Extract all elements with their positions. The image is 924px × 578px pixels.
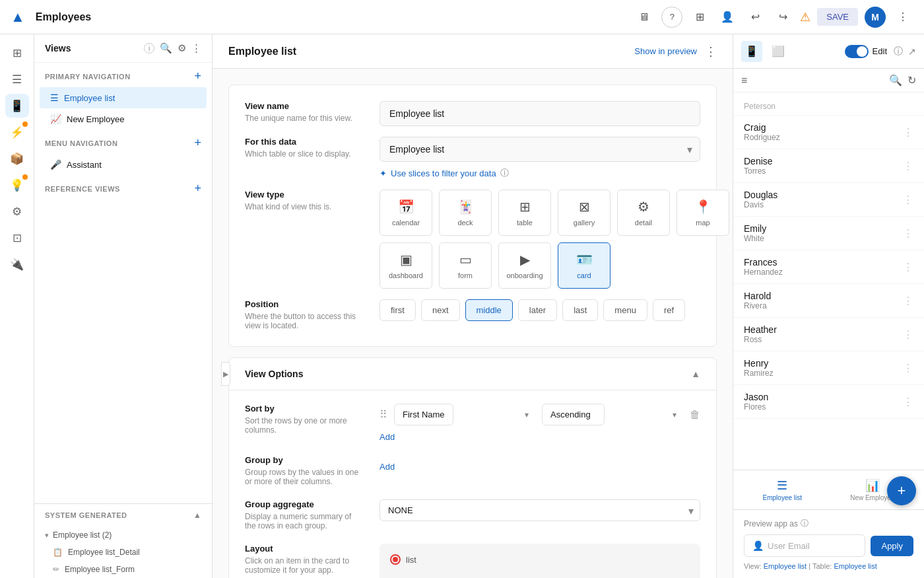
show-in-preview-button[interactable]: Show in preview	[634, 46, 697, 56]
drag-handle-icon[interactable]: ⠿	[380, 408, 387, 421]
sort-by-label-col: Sort by Sort the rows by one or more col…	[245, 404, 364, 435]
for-this-data-select[interactable]: Employee list	[380, 137, 700, 162]
nav-item-assistant[interactable]: 🎤 Assistant	[40, 154, 207, 175]
content-more-icon[interactable]: ⋮	[705, 44, 717, 59]
view-type-dashboard[interactable]: ▣dashboard	[380, 242, 432, 289]
sidebar-icon-lightning[interactable]: ⚡	[5, 120, 29, 144]
preview-item-more-douglas[interactable]: ⋮	[903, 194, 913, 206]
redo-icon[interactable]: ↪	[772, 7, 793, 28]
reference-views-add-icon[interactable]: +	[194, 182, 201, 196]
views-search-icon[interactable]: 🔍	[160, 42, 172, 54]
view-type-table[interactable]: ⊞table	[498, 190, 551, 236]
view-type-card[interactable]: 🪪card	[558, 242, 610, 289]
preview-list-item-henry[interactable]: Henry Ramirez ⋮	[733, 351, 924, 385]
views-settings-icon[interactable]: ⚙	[178, 42, 186, 54]
preview-refresh-icon[interactable]: ↻	[908, 74, 916, 87]
sort-add-link[interactable]: Add	[380, 432, 700, 442]
pbn-item-employee-list[interactable]: ☰ Employee list	[758, 476, 807, 504]
collapse-arrow[interactable]: ▶	[221, 362, 230, 386]
view-type-form[interactable]: ▭form	[439, 242, 492, 289]
nav-item-employee-list[interactable]: ☰ Employee list	[40, 87, 207, 108]
preview-item-more-frances[interactable]: ⋮	[903, 261, 913, 273]
more-options-icon[interactable]: ⋮	[892, 7, 913, 28]
sort-delete-icon[interactable]: 🗑	[690, 409, 700, 421]
system-item-form[interactable]: ✏ Employee list_Form	[34, 561, 212, 578]
preview-add-button[interactable]: +	[887, 476, 916, 505]
view-info-view-link[interactable]: Employee list	[764, 562, 807, 570]
preview-list-item-harold[interactable]: Harold Rivera ⋮	[733, 284, 924, 318]
views-more-icon[interactable]: ⋮	[191, 42, 201, 54]
nav-item-new-employee[interactable]: 📈 New Employee	[40, 108, 207, 129]
monitor-icon[interactable]: 🖥	[634, 7, 655, 28]
preview-item-more-henry[interactable]: ⋮	[903, 362, 913, 375]
preview-list-item-frances[interactable]: Frances Hernandez ⋮	[733, 250, 924, 284]
view-type-gallery[interactable]: ⊠gallery	[558, 190, 610, 236]
position-last[interactable]: last	[562, 299, 598, 321]
preview-list-item-jason[interactable]: Jason Flores ⋮	[733, 385, 924, 419]
layers-icon[interactable]: ⊞	[689, 7, 710, 28]
group-by-add-link[interactable]: Add	[380, 462, 700, 472]
apply-button[interactable]: Apply	[871, 536, 913, 556]
sidebar-icon-plug[interactable]: 🔌	[5, 252, 29, 276]
sidebar-icon-grid[interactable]: ⊞	[5, 41, 29, 65]
sidebar-icon-settings[interactable]: ⚙	[5, 199, 29, 223]
view-options-header[interactable]: ▶ View Options ▲	[229, 358, 716, 390]
sidebar-icon-list[interactable]: ☰	[5, 67, 29, 91]
position-middle[interactable]: middle	[465, 299, 513, 321]
use-slices-link[interactable]: ✦ Use slices to filter your data ⓘ	[380, 167, 700, 179]
position-first[interactable]: first	[380, 299, 416, 321]
group-aggregate-select[interactable]: NONE	[380, 499, 700, 521]
preview-list-item-craig[interactable]: Craig Rodriguez ⋮	[733, 116, 924, 149]
view-name-input[interactable]	[380, 101, 700, 126]
position-next[interactable]: next	[421, 299, 460, 321]
layout-photo-option[interactable]: photo Title goes here Subtitle goes here	[390, 571, 690, 578]
add-person-icon[interactable]: 👤	[717, 7, 738, 28]
preview-list-item-heather[interactable]: Heather Ross ⋮	[733, 318, 924, 351]
preview-filter-icon[interactable]: ≡	[741, 75, 747, 87]
preview-search-icon[interactable]: 🔍	[889, 74, 902, 87]
preview-item-more-craig[interactable]: ⋮	[903, 126, 913, 139]
position-label-col: Position Where the button to access this…	[245, 299, 364, 330]
user-email-input[interactable]: 👤 User Email	[744, 534, 865, 557]
view-type-deck[interactable]: 🃏deck	[439, 190, 492, 236]
sidebar-icon-grid2[interactable]: ⊡	[5, 226, 29, 250]
system-parent[interactable]: ▾ Employee list (2)	[34, 526, 212, 544]
preview-item-more-harold[interactable]: ⋮	[903, 295, 913, 307]
view-type-onboarding[interactable]: ▶onboarding	[498, 242, 551, 289]
tablet-device-icon[interactable]: ⬜	[768, 41, 789, 62]
deck-icon: 🃏	[457, 199, 474, 215]
sidebar-icon-phone[interactable]: 📱	[5, 94, 29, 118]
system-header[interactable]: SYSTEM GENERATED ▲	[34, 504, 212, 526]
sort-direction-select[interactable]: Ascending Descending	[542, 404, 605, 425]
edit-toggle-switch[interactable]	[845, 45, 869, 58]
sidebar-icon-bulb[interactable]: 💡	[5, 173, 29, 197]
mobile-device-icon[interactable]: 📱	[741, 41, 762, 62]
preview-list-item-denise[interactable]: Denise Torres ⋮	[733, 149, 924, 183]
position-ref[interactable]: ref	[653, 299, 685, 321]
layout-list-radio[interactable]	[390, 554, 401, 565]
undo-icon[interactable]: ↩	[744, 7, 766, 28]
sort-field-select[interactable]: First Name	[394, 404, 453, 425]
position-menu[interactable]: menu	[603, 299, 647, 321]
open-external-icon[interactable]: ↗	[908, 46, 916, 57]
help-icon[interactable]: ?	[661, 7, 682, 28]
sidebar-icon-package[interactable]: 📦	[5, 147, 29, 170]
preview-item-more-jason[interactable]: ⋮	[903, 396, 913, 408]
view-type-detail[interactable]: ⚙detail	[617, 190, 670, 236]
sort-by-input-col: ⠿ First Name Ascending Descendin	[380, 404, 700, 442]
view-type-calendar[interactable]: 📅calendar	[380, 190, 432, 236]
preview-list-item-emily[interactable]: Emily White ⋮	[733, 217, 924, 250]
view-type-map[interactable]: 📍map	[676, 190, 729, 236]
preview-item-more-heather[interactable]: ⋮	[903, 328, 913, 341]
avatar[interactable]: M	[865, 7, 886, 28]
system-item-detail[interactable]: 📋 Employee list_Detail	[34, 544, 212, 561]
menu-nav-add-icon[interactable]: +	[194, 136, 201, 150]
primary-nav-add-icon[interactable]: +	[194, 69, 201, 83]
preview-item-more-emily[interactable]: ⋮	[903, 227, 913, 240]
view-info-table-link[interactable]: Employee list	[834, 562, 876, 570]
preview-list-item-douglas[interactable]: Douglas Davis ⋮	[733, 183, 924, 217]
layout-list-option[interactable]: list	[390, 554, 690, 565]
position-later[interactable]: later	[518, 299, 557, 321]
preview-item-more-denise[interactable]: ⋮	[903, 160, 913, 172]
save-button[interactable]: SAVE	[817, 8, 858, 26]
